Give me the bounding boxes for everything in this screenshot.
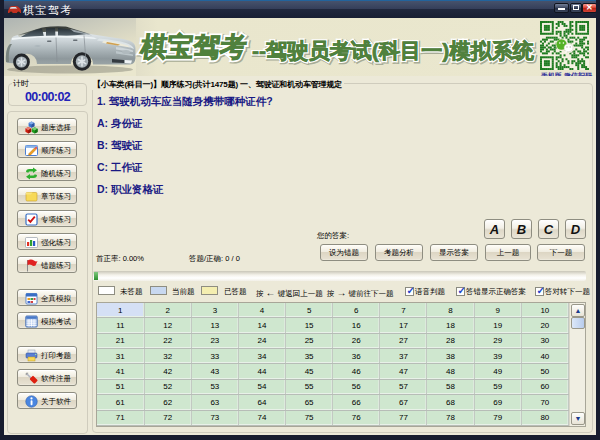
svg-text:棋宝驾考: 棋宝驾考 bbox=[138, 32, 249, 62]
svg-text:--驾驶员考试(科目一)模拟系统: --驾驶员考试(科目一)模拟系统 bbox=[252, 39, 535, 62]
